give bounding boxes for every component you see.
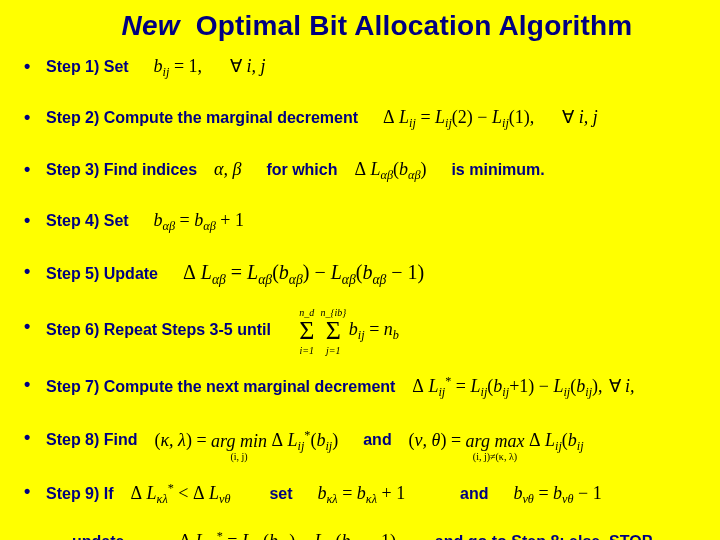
step-8: Step 8) Find (κ, λ) = arg min(i, j) Δ Li…: [20, 427, 704, 453]
tail-label: and go to Step 8; else, STOP.: [435, 533, 655, 540]
step-2: Step 2) Compute the marginal decrement Δ…: [20, 107, 704, 130]
step-math: Δ Lij = Lij(2) − Lij(1),∀ i, j: [381, 107, 600, 127]
step-6: Step 6) Repeat Steps 3-5 until Σn_di=1 Σ…: [20, 316, 704, 346]
step-label: Step 6) Repeat Steps 3-5 until: [46, 321, 271, 338]
step-label: Step 9) If: [46, 485, 114, 502]
update-math: Δ Lκλ* = Lκλ(bκλ) − Lκλ(bκλ − 1): [177, 531, 398, 540]
step-label-3: is minimum.: [451, 161, 544, 178]
slide-title: New Optimal Bit Allocation Algorithm: [50, 10, 704, 42]
step-label-2: set: [269, 485, 292, 502]
step-label-2: for which: [266, 161, 337, 178]
steps-list: Step 1) Set bij = 1,∀ i, j Step 2) Compu…: [16, 56, 704, 507]
title-rest: Optimal Bit Allocation Algorithm: [196, 10, 633, 41]
step-label: Step 8) Find: [46, 432, 138, 449]
title-emph: New: [122, 10, 180, 41]
step-math: Δ Lκλ* < Δ Lνθ: [128, 483, 232, 503]
step-7: Step 7) Compute the next marginal decrem…: [20, 374, 704, 400]
step-math: Δ Lij* = Lij(bij+1) − Lij(bij),∀ i,: [410, 376, 636, 396]
step-label: Step 2) Compute the marginal decrement: [46, 109, 358, 126]
step-label: Step 4) Set: [46, 212, 129, 229]
step-1: Step 1) Set bij = 1,∀ i, j: [20, 56, 704, 79]
step-label: Step 1) Set: [46, 58, 129, 75]
and-word: and: [363, 432, 391, 449]
step-math: Δ Lαβ = Lαβ(bαβ) − Lαβ(bαβ − 1): [181, 261, 426, 283]
step-math-2: bκλ = bκλ + 1: [316, 483, 408, 503]
step-5: Step 5) Update Δ Lαβ = Lαβ(bαβ) − Lαβ(bα…: [20, 261, 704, 287]
step-3: Step 3) Find indices α, β for which Δ Lα…: [20, 159, 704, 182]
and-word: and: [460, 485, 488, 502]
update-label: update: [72, 533, 124, 540]
step-label: Step 5) Update: [46, 265, 158, 282]
step-9-continuation: update Δ Lκλ* = Lκλ(bκλ) − Lκλ(bκλ − 1) …: [72, 529, 704, 540]
slide: New Optimal Bit Allocation Algorithm Ste…: [0, 0, 720, 540]
step-label: Step 3) Find indices: [46, 161, 197, 178]
step-math: bij = 1,∀ i, j: [152, 56, 268, 76]
step-math: (κ, λ) = arg min(i, j) Δ Lij*(bij): [152, 430, 344, 450]
step-math-3: bνθ = bνθ − 1: [511, 483, 603, 503]
step-9: Step 9) If Δ Lκλ* < Δ Lνθ set bκλ = bκλ …: [20, 481, 704, 507]
step-math: bαβ = bαβ + 1: [152, 210, 246, 230]
step-math-2: (ν, θ) = arg max(i, j)≠(κ, λ) Δ Lij(bij: [407, 430, 586, 450]
step-math-2: Δ Lαβ(bαβ): [352, 159, 428, 179]
step-math: Σn_di=1 Σn_{ib}j=1 bij = nb: [294, 319, 401, 339]
step-math: α, β: [212, 159, 243, 179]
step-4: Step 4) Set bαβ = bαβ + 1: [20, 210, 704, 233]
step-label: Step 7) Compute the next marginal decrem…: [46, 378, 395, 395]
